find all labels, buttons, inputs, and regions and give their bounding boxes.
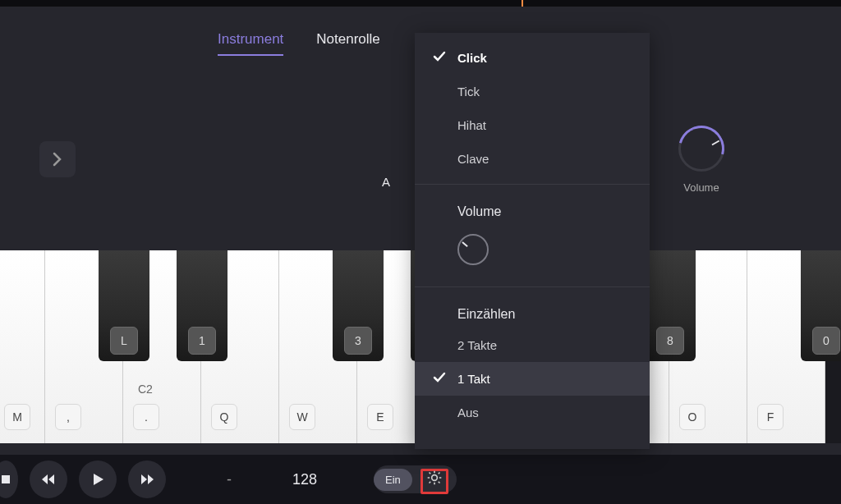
- menu-item-label: Aus: [457, 405, 479, 419]
- transport-bar: - 128 Ein: [0, 455, 841, 504]
- metronome-toggle: Ein: [374, 465, 457, 493]
- menu-item-label: Click: [457, 51, 487, 65]
- transport-dash: -: [227, 471, 232, 488]
- tempo-value[interactable]: 128: [292, 471, 317, 488]
- menu-item-aus[interactable]: Aus: [415, 396, 650, 429]
- menu-item-label: Hihat: [457, 118, 486, 132]
- key-label: F: [757, 404, 784, 430]
- forward-button[interactable]: [128, 460, 166, 498]
- black-key[interactable]: 3: [333, 250, 384, 361]
- key-label: M: [4, 404, 30, 430]
- menu-item-label: 2 Takte: [457, 338, 497, 352]
- timeline-strip: [0, 0, 841, 7]
- key-label: .: [133, 404, 159, 430]
- menu-divider: [415, 184, 650, 185]
- menu-item-tick[interactable]: Tick: [415, 75, 650, 108]
- menu-item-label: Clave: [457, 152, 489, 166]
- key-label: O: [679, 404, 705, 430]
- volume-control: Volume: [669, 126, 734, 194]
- gear-icon: [426, 470, 443, 486]
- key-label: 0: [812, 327, 840, 355]
- note-name: C2: [138, 383, 153, 396]
- menu-item-2takte[interactable]: 2 Takte: [415, 328, 650, 362]
- play-icon: [90, 472, 105, 487]
- forward-icon: [140, 472, 154, 487]
- key-label: 3: [344, 327, 372, 355]
- stop-button[interactable]: [0, 460, 18, 498]
- key-label: 8: [656, 327, 684, 355]
- tab-instrument[interactable]: Instrument: [218, 31, 283, 56]
- metronome-settings-button[interactable]: [412, 470, 457, 489]
- rewind-button[interactable]: [30, 460, 67, 498]
- check-icon: [433, 371, 446, 387]
- menu-item-label: 1 Takt: [457, 372, 490, 386]
- black-key[interactable]: 8: [645, 250, 696, 361]
- key-label: ,: [55, 404, 81, 430]
- gear-highlight: [420, 469, 448, 494]
- rewind-icon: [41, 472, 56, 487]
- hint-letter: A: [382, 175, 390, 189]
- black-key[interactable]: 0: [801, 250, 841, 361]
- metronome-settings-menu: Click Tick Hihat Clave Volume Einzählen …: [415, 33, 650, 449]
- black-key[interactable]: 1: [177, 250, 227, 361]
- metronome-on-pill[interactable]: Ein: [374, 469, 412, 491]
- menu-volume-row: [415, 226, 650, 278]
- key-label: E: [367, 404, 393, 430]
- key-label: 1: [188, 327, 216, 355]
- menu-item-clave[interactable]: Clave: [415, 142, 650, 176]
- menu-countin-title: Einzählen: [415, 296, 650, 328]
- content-area: Instrument Notenrolle A Volume M,.C2QWEI…: [0, 7, 841, 455]
- svg-rect-0: [2, 475, 10, 483]
- key-label: Q: [211, 404, 237, 430]
- volume-knob[interactable]: [678, 126, 724, 172]
- menu-item-1takt[interactable]: 1 Takt: [415, 362, 650, 396]
- volume-label: Volume: [683, 181, 719, 194]
- nav-next-button[interactable]: [39, 141, 76, 177]
- menu-item-label: Tick: [457, 85, 480, 99]
- chevron-right-icon: [53, 152, 62, 167]
- white-key[interactable]: M: [0, 250, 45, 443]
- black-key[interactable]: L: [99, 250, 149, 361]
- key-label: W: [289, 404, 315, 430]
- menu-item-hihat[interactable]: Hihat: [415, 108, 650, 142]
- menu-volume-title: Volume: [415, 193, 650, 226]
- tab-notenrolle[interactable]: Notenrolle: [316, 31, 380, 56]
- play-button[interactable]: [79, 460, 117, 498]
- menu-divider: [415, 286, 650, 287]
- key-label: L: [110, 327, 138, 355]
- stop-icon: [0, 472, 13, 487]
- check-icon: [433, 50, 446, 66]
- menu-item-click[interactable]: Click: [415, 41, 650, 75]
- menu-volume-knob[interactable]: [457, 234, 489, 265]
